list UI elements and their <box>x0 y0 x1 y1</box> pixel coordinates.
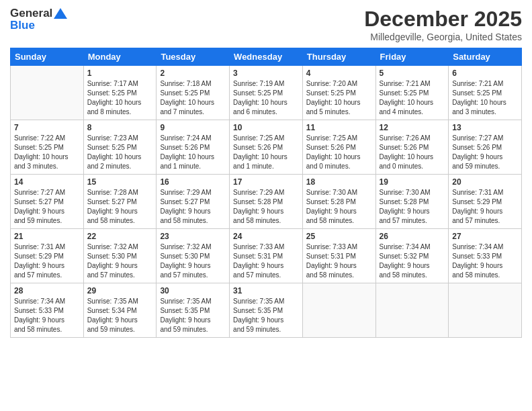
cell-info: Sunrise: 7:25 AMSunset: 5:26 PMDaylight:… <box>306 134 372 171</box>
day-number: 26 <box>380 232 445 241</box>
page: General Blue December 2025 Milledgeville… <box>0 0 532 411</box>
calendar-week-2: 14Sunrise: 7:27 AMSunset: 5:27 PMDayligh… <box>11 175 522 229</box>
day-number: 11 <box>306 123 372 132</box>
logo-blue: Blue <box>10 19 35 32</box>
table-row <box>449 283 522 338</box>
table-row: 19Sunrise: 7:30 AMSunset: 5:28 PMDayligh… <box>375 175 449 229</box>
day-number: 5 <box>380 68 445 78</box>
day-number: 28 <box>14 286 80 295</box>
cell-info: Sunrise: 7:17 AMSunset: 5:25 PMDaylight:… <box>87 79 153 117</box>
table-row: 7Sunrise: 7:22 AMSunset: 5:25 PMDaylight… <box>11 120 84 175</box>
table-row: 4Sunrise: 7:20 AMSunset: 5:25 PMDaylight… <box>302 66 375 120</box>
day-number: 17 <box>233 177 299 187</box>
month-year: December 2025 <box>364 7 522 32</box>
day-number: 8 <box>87 123 153 132</box>
cell-info: Sunrise: 7:35 AMSunset: 5:35 PMDaylight:… <box>233 297 299 334</box>
day-number: 31 <box>233 286 299 295</box>
table-row: 5Sunrise: 7:21 AMSunset: 5:25 PMDaylight… <box>375 66 449 120</box>
table-row: 31Sunrise: 7:35 AMSunset: 5:35 PMDayligh… <box>230 283 303 338</box>
logo-general: General <box>10 7 52 20</box>
day-number: 19 <box>380 177 445 187</box>
day-number: 13 <box>452 123 518 132</box>
cell-info: Sunrise: 7:34 AMSunset: 5:32 PMDaylight:… <box>380 242 445 280</box>
location: Milledgeville, Georgia, United States <box>364 32 522 42</box>
day-number: 29 <box>87 286 153 295</box>
table-row: 3Sunrise: 7:19 AMSunset: 5:25 PMDaylight… <box>230 66 303 120</box>
table-row <box>302 283 375 338</box>
day-number: 10 <box>233 123 299 132</box>
day-number: 2 <box>160 68 226 78</box>
logo-icon <box>54 8 67 19</box>
table-row: 22Sunrise: 7:32 AMSunset: 5:30 PMDayligh… <box>83 229 157 283</box>
calendar-week-0: 1Sunrise: 7:17 AMSunset: 5:25 PMDaylight… <box>11 66 522 120</box>
cell-info: Sunrise: 7:33 AMSunset: 5:31 PMDaylight:… <box>306 242 372 280</box>
table-row: 14Sunrise: 7:27 AMSunset: 5:27 PMDayligh… <box>11 175 84 229</box>
table-row: 26Sunrise: 7:34 AMSunset: 5:32 PMDayligh… <box>375 229 449 283</box>
day-number: 21 <box>14 232 80 241</box>
day-number: 18 <box>306 177 372 187</box>
table-row: 20Sunrise: 7:31 AMSunset: 5:29 PMDayligh… <box>449 175 522 229</box>
cell-info: Sunrise: 7:20 AMSunset: 5:25 PMDaylight:… <box>306 79 372 117</box>
col-wednesday: Wednesday <box>230 48 303 66</box>
day-number: 16 <box>160 177 226 187</box>
cell-info: Sunrise: 7:31 AMSunset: 5:29 PMDaylight:… <box>452 188 518 226</box>
day-number: 22 <box>87 232 153 241</box>
calendar-week-3: 21Sunrise: 7:31 AMSunset: 5:29 PMDayligh… <box>11 229 522 283</box>
cell-info: Sunrise: 7:33 AMSunset: 5:31 PMDaylight:… <box>233 242 299 280</box>
table-row: 30Sunrise: 7:35 AMSunset: 5:35 PMDayligh… <box>157 283 230 338</box>
day-number: 9 <box>160 123 226 132</box>
table-row: 28Sunrise: 7:34 AMSunset: 5:33 PMDayligh… <box>11 283 84 338</box>
logo: General Blue <box>10 7 67 32</box>
cell-info: Sunrise: 7:32 AMSunset: 5:30 PMDaylight:… <box>160 242 226 280</box>
day-number: 20 <box>452 177 518 187</box>
table-row: 15Sunrise: 7:28 AMSunset: 5:27 PMDayligh… <box>83 175 157 229</box>
table-row: 1Sunrise: 7:17 AMSunset: 5:25 PMDaylight… <box>83 66 157 120</box>
cell-info: Sunrise: 7:24 AMSunset: 5:26 PMDaylight:… <box>160 134 226 171</box>
table-row: 6Sunrise: 7:21 AMSunset: 5:25 PMDaylight… <box>449 66 522 120</box>
table-row: 13Sunrise: 7:27 AMSunset: 5:26 PMDayligh… <box>449 120 522 175</box>
table-row: 29Sunrise: 7:35 AMSunset: 5:34 PMDayligh… <box>83 283 157 338</box>
header-row: Sunday Monday Tuesday Wednesday Thursday… <box>11 48 522 66</box>
cell-info: Sunrise: 7:27 AMSunset: 5:27 PMDaylight:… <box>14 188 80 226</box>
svg-marker-0 <box>54 8 67 19</box>
day-number: 12 <box>380 123 445 132</box>
table-row: 25Sunrise: 7:33 AMSunset: 5:31 PMDayligh… <box>302 229 375 283</box>
cell-info: Sunrise: 7:29 AMSunset: 5:27 PMDaylight:… <box>160 188 226 226</box>
table-row: 23Sunrise: 7:32 AMSunset: 5:30 PMDayligh… <box>157 229 230 283</box>
cell-info: Sunrise: 7:30 AMSunset: 5:28 PMDaylight:… <box>306 188 372 226</box>
table-row: 16Sunrise: 7:29 AMSunset: 5:27 PMDayligh… <box>157 175 230 229</box>
table-row: 12Sunrise: 7:26 AMSunset: 5:26 PMDayligh… <box>375 120 449 175</box>
title-block: December 2025 Milledgeville, Georgia, Un… <box>364 7 522 42</box>
day-number: 15 <box>87 177 153 187</box>
cell-info: Sunrise: 7:31 AMSunset: 5:29 PMDaylight:… <box>14 242 80 280</box>
cell-info: Sunrise: 7:35 AMSunset: 5:35 PMDaylight:… <box>160 297 226 334</box>
day-number: 1 <box>87 68 153 78</box>
cell-info: Sunrise: 7:18 AMSunset: 5:25 PMDaylight:… <box>160 79 226 117</box>
table-row <box>11 66 84 120</box>
cell-info: Sunrise: 7:35 AMSunset: 5:34 PMDaylight:… <box>87 297 153 334</box>
cell-info: Sunrise: 7:32 AMSunset: 5:30 PMDaylight:… <box>87 242 153 280</box>
cell-info: Sunrise: 7:34 AMSunset: 5:33 PMDaylight:… <box>14 297 80 334</box>
col-monday: Monday <box>83 48 157 66</box>
calendar-week-1: 7Sunrise: 7:22 AMSunset: 5:25 PMDaylight… <box>11 120 522 175</box>
table-row: 24Sunrise: 7:33 AMSunset: 5:31 PMDayligh… <box>230 229 303 283</box>
day-number: 14 <box>14 177 80 187</box>
day-number: 25 <box>306 232 372 241</box>
cell-info: Sunrise: 7:29 AMSunset: 5:28 PMDaylight:… <box>233 188 299 226</box>
day-number: 4 <box>306 68 372 78</box>
table-row: 8Sunrise: 7:23 AMSunset: 5:25 PMDaylight… <box>83 120 157 175</box>
calendar-table: Sunday Monday Tuesday Wednesday Thursday… <box>10 48 522 338</box>
col-friday: Friday <box>375 48 449 66</box>
cell-info: Sunrise: 7:25 AMSunset: 5:26 PMDaylight:… <box>233 134 299 171</box>
cell-info: Sunrise: 7:28 AMSunset: 5:27 PMDaylight:… <box>87 188 153 226</box>
day-number: 3 <box>233 68 299 78</box>
day-number: 23 <box>160 232 226 241</box>
cell-info: Sunrise: 7:21 AMSunset: 5:25 PMDaylight:… <box>452 79 518 117</box>
cell-info: Sunrise: 7:30 AMSunset: 5:28 PMDaylight:… <box>380 188 445 226</box>
table-row: 10Sunrise: 7:25 AMSunset: 5:26 PMDayligh… <box>230 120 303 175</box>
table-row: 9Sunrise: 7:24 AMSunset: 5:26 PMDaylight… <box>157 120 230 175</box>
day-number: 30 <box>160 286 226 295</box>
table-row <box>375 283 449 338</box>
day-number: 7 <box>14 123 80 132</box>
cell-info: Sunrise: 7:27 AMSunset: 5:26 PMDaylight:… <box>452 134 518 171</box>
